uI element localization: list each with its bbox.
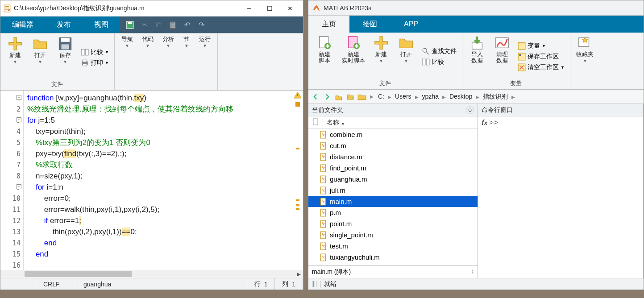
code-line[interactable]: end	[27, 237, 292, 248]
file-row[interactable]: fxcombine.m	[308, 129, 478, 140]
save-workspace-icon	[518, 53, 526, 61]
file-row[interactable]: fxtuxiangyuchuli.m	[308, 252, 478, 263]
code-body[interactable]: function [w,pxy]=guanghua(thin,txy)%纹线光滑…	[24, 91, 292, 270]
scrollbar-thumb[interactable]	[25, 271, 132, 277]
code-line[interactable]: %纹线光滑处理.原理：找到每个端点，使其沿着纹线的方向移	[27, 103, 292, 115]
file-row[interactable]: fxcut.m	[308, 140, 478, 151]
expand-detail-button[interactable]: 〈	[469, 268, 474, 276]
m-file-icon: fx	[319, 198, 327, 206]
tab-publish[interactable]: 发布	[45, 17, 83, 33]
file-row[interactable]: fxguanghua.m	[308, 174, 478, 185]
warning-marker[interactable]	[296, 148, 299, 149]
code-line[interactable]: %求取行数	[27, 159, 292, 170]
maximize-button[interactable]: ☐	[259, 1, 280, 16]
file-row[interactable]: fxmain.m	[308, 196, 478, 207]
file-name: main.m	[330, 198, 352, 205]
name-column-header[interactable]: 名称 ▲	[323, 119, 345, 127]
breadcrumb-segment[interactable]: 指纹识别	[481, 93, 510, 100]
browse-button[interactable]	[345, 91, 356, 102]
compare-button[interactable]: 比较	[419, 57, 459, 67]
run-button[interactable]: 运行▼	[195, 35, 215, 87]
breadcrumb-segment[interactable]: Desktop	[448, 93, 474, 100]
svg-text:fx: fx	[321, 211, 325, 215]
tab-apps[interactable]: APP	[391, 16, 432, 33]
open-button[interactable]: 打开 ▼	[28, 35, 52, 79]
close-button[interactable]: ✕	[280, 1, 300, 16]
up-folder-button[interactable]	[333, 91, 344, 102]
minimize-button[interactable]: ─	[239, 1, 259, 16]
compare-button[interactable]: 比较 ▼	[78, 47, 112, 57]
save-icon[interactable]	[125, 20, 135, 30]
breadcrumb-segment[interactable]: Users	[393, 93, 413, 100]
code-line[interactable]: end	[27, 248, 292, 260]
favorites-button[interactable]: 收藏夹 ▼	[573, 34, 597, 87]
editor-app-icon	[3, 4, 11, 12]
code-line[interactable]: error=0;	[27, 193, 292, 204]
tab-plots[interactable]: 绘图	[349, 16, 391, 33]
horizontal-scrollbar[interactable]: ▶	[0, 270, 303, 278]
back-button[interactable]	[310, 91, 321, 102]
scroll-right-icon[interactable]: ▶	[295, 270, 303, 278]
code-line[interactable]: for j=1:5	[27, 115, 292, 126]
save-button[interactable]: 保存 ▼	[53, 35, 77, 79]
code-button[interactable]: 代码▼	[138, 35, 158, 87]
file-row[interactable]: fxjuli.m	[308, 185, 478, 196]
panel-menu-button[interactable]: ⊙	[466, 106, 474, 114]
forward-button[interactable]	[322, 91, 332, 102]
new-variable-button[interactable]: 变量 ▼	[515, 41, 567, 51]
tab-home[interactable]: 主页	[308, 16, 349, 33]
fold-button[interactable]: −	[17, 184, 21, 189]
new-script-icon	[317, 35, 332, 50]
new-live-script-button[interactable]: 新建 实时脚本	[339, 34, 368, 79]
m-file-icon: fx	[319, 209, 327, 217]
fold-button[interactable]: −	[17, 117, 21, 122]
code-line[interactable]: error=walk(thin,pxy(i,1),pxy(i,2),5);	[27, 204, 292, 215]
code-editor[interactable]: 1−23−456789−10111213141516 function [w,p…	[0, 91, 303, 270]
new-button[interactable]: 新建 ▼	[369, 34, 393, 79]
file-row[interactable]: fxtest.m	[308, 240, 478, 252]
tab-view[interactable]: 视图	[83, 17, 120, 33]
code-line[interactable]: for i=1:n	[27, 182, 292, 193]
code-line[interactable]: pxy=txy(find(txy(:,3)==2),:);	[27, 148, 292, 159]
new-script-button[interactable]: 新建 脚本	[311, 34, 338, 79]
warning-marker[interactable]	[296, 208, 299, 210]
command-window[interactable]: fx >>	[478, 116, 643, 278]
file-row[interactable]: fxsingle_point.m	[308, 229, 478, 240]
file-name: find_point.m	[330, 164, 366, 172]
code-line[interactable]	[27, 260, 292, 270]
code-line[interactable]: txy=point(thin);	[27, 126, 292, 137]
fx-icon[interactable]: fx	[482, 118, 487, 127]
undo-icon[interactable]: ↶	[182, 20, 192, 30]
fold-button[interactable]: −	[17, 95, 21, 100]
warning-marker[interactable]	[296, 204, 299, 206]
new-button[interactable]: 新建 ▼	[3, 35, 27, 79]
cut-icon[interactable]: ✂	[139, 20, 150, 30]
save-workspace-button[interactable]: 保存工作区	[515, 52, 567, 62]
redo-icon[interactable]: ↷	[196, 20, 207, 30]
warning-marker[interactable]	[296, 199, 299, 201]
import-data-button[interactable]: 导入 数据	[465, 34, 489, 79]
breadcrumb-segment[interactable]: ypzha	[420, 93, 440, 100]
nav-button[interactable]: 导航▼	[117, 35, 137, 87]
analyze-button[interactable]: 分析▼	[158, 35, 178, 87]
paste-icon[interactable]: 📋	[167, 20, 178, 30]
open-button[interactable]: 打开 ▼	[394, 34, 418, 79]
print-button[interactable]: 打印 ▼	[78, 58, 112, 68]
file-row[interactable]: fxfind_point.m	[308, 162, 478, 174]
file-row[interactable]: fxpoint.m	[308, 218, 478, 229]
code-line[interactable]: thin(pxy(i,2),pxy(i,1))==0;	[27, 226, 292, 237]
breadcrumb-segment[interactable]: C:	[376, 93, 386, 100]
section-button[interactable]: 节▼	[179, 35, 194, 87]
file-row[interactable]: fxp.m	[308, 207, 478, 218]
file-row[interactable]: fxdistance.m	[308, 151, 478, 162]
tab-editor[interactable]: 编辑器	[0, 17, 45, 33]
file-list[interactable]: fxcombine.mfxcut.mfxdistance.mfxfind_poi…	[308, 129, 478, 265]
copy-icon[interactable]: ⧉	[153, 20, 164, 30]
clear-workspace-button[interactable]: 清空工作区 ▼	[515, 62, 567, 72]
code-line[interactable]: n=size(pxy,1);	[27, 170, 292, 182]
code-line[interactable]: function [w,pxy]=guanghua(thin,txy)	[27, 92, 292, 103]
find-files-button[interactable]: 查找文件	[419, 46, 459, 56]
code-line[interactable]: if error==1;	[27, 215, 292, 226]
code-line[interactable]: %txy第三列为2的变为1 否则变为0	[27, 137, 292, 148]
clear-data-button[interactable]: 清理 数据	[490, 34, 514, 79]
